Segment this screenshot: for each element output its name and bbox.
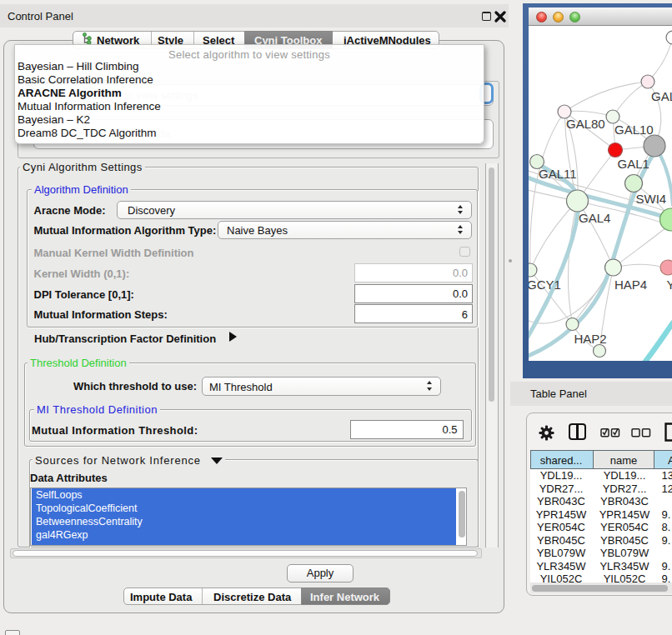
svg-text:GAL11: GAL11 — [539, 167, 577, 181]
svg-text:SWI4: SWI4 — [636, 192, 667, 206]
svg-text:HAP4: HAP4 — [614, 278, 647, 292]
svg-text:GCY1: GCY1 — [529, 278, 561, 292]
svg-text:GAL10: GAL10 — [614, 122, 654, 137]
svg-text:YEL: YEL — [667, 278, 672, 292]
svg-text:GAL1: GAL1 — [618, 157, 649, 171]
svg-text:HAP2: HAP2 — [574, 332, 607, 346]
svg-text:GAL4: GAL4 — [579, 211, 610, 225]
svg-text:GAL7: GAL7 — [651, 89, 672, 103]
svg-text:GAL80: GAL80 — [566, 117, 605, 131]
